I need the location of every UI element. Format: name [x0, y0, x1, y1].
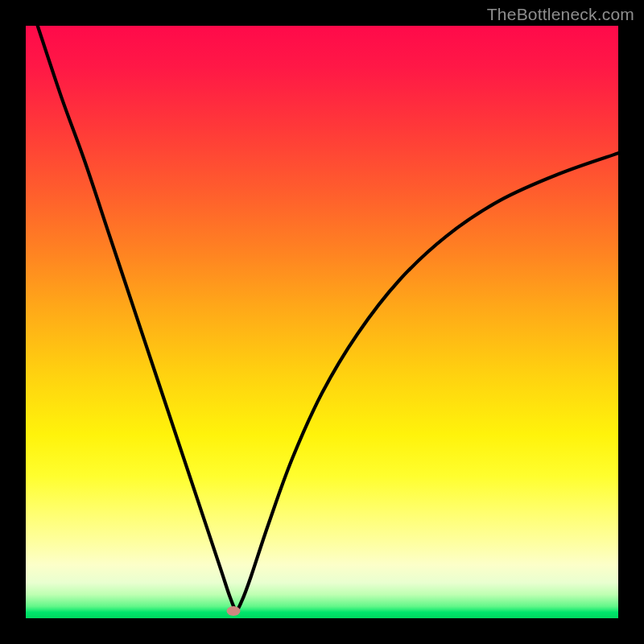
bottleneck-curve [26, 26, 618, 618]
watermark-text: TheBottleneck.com [487, 5, 634, 24]
chart-stage: TheBottleneck.com [0, 0, 644, 644]
optimal-point-marker [226, 606, 240, 616]
plot-area [26, 26, 618, 618]
